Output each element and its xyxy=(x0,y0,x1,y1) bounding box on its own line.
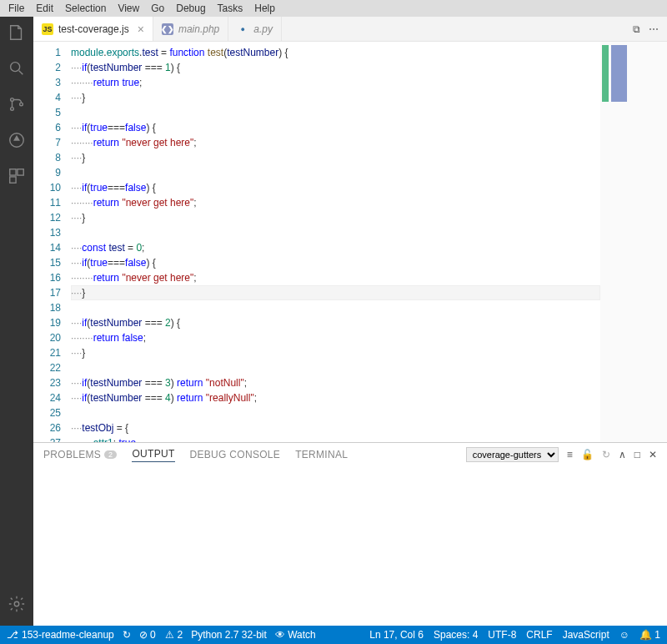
svg-point-0 xyxy=(11,63,20,72)
panel-tab-problems[interactable]: PROBLEMS2 xyxy=(43,449,117,460)
notifications-icon[interactable]: 🔔 1 xyxy=(639,629,660,641)
code-line[interactable]: ········return "never get here"; xyxy=(71,135,600,150)
code-line[interactable]: ····if(true===false) { xyxy=(71,180,600,195)
code-line[interactable]: ····if(true===false) { xyxy=(71,255,600,270)
tab-label: main.php xyxy=(178,23,219,35)
code-content[interactable]: module.exports.test = function test(test… xyxy=(71,42,600,442)
settings-icon[interactable] xyxy=(8,595,26,616)
encoding-status[interactable]: UTF-8 xyxy=(488,629,516,641)
panel-tabs: PROBLEMS2OUTPUTDEBUG CONSOLETERMINAL cov… xyxy=(33,443,667,466)
code-line[interactable]: ········return false; xyxy=(71,330,600,345)
clear-output-icon[interactable]: ≡ xyxy=(567,449,573,460)
code-line[interactable]: ····} xyxy=(71,345,600,360)
file-icon: ● xyxy=(237,23,248,35)
search-icon[interactable] xyxy=(8,59,26,80)
code-line[interactable]: ····if(testNumber === 3) return "notNull… xyxy=(71,375,600,390)
code-line[interactable] xyxy=(71,105,600,120)
tab-label: test-coverage.js xyxy=(58,23,129,35)
menu-go[interactable]: Go xyxy=(146,1,169,16)
tab-main-php[interactable]: ❮❯main.php xyxy=(153,17,228,41)
line-numbers: 1234567891011121314151617181920212223242… xyxy=(33,42,71,442)
language-status[interactable]: JavaScript xyxy=(563,629,609,641)
collapse-icon[interactable]: ∧ xyxy=(619,449,626,460)
menu-help[interactable]: Help xyxy=(249,1,280,16)
feedback-icon[interactable]: ☺ xyxy=(619,629,629,641)
watch-status[interactable]: 👁 Watch xyxy=(275,629,316,641)
code-line[interactable]: ····if(testNumber === 4) return "reallyN… xyxy=(71,390,600,405)
code-line[interactable]: ····} xyxy=(71,285,600,300)
code-line[interactable]: ········return "never get here"; xyxy=(71,270,600,285)
file-icon: ❮❯ xyxy=(162,23,173,35)
extensions-icon[interactable] xyxy=(8,167,26,188)
svg-point-1 xyxy=(11,98,14,102)
eol-status[interactable]: CRLF xyxy=(526,629,552,641)
lock-scroll-icon[interactable]: 🔓 xyxy=(581,449,594,460)
menu-debug[interactable]: Debug xyxy=(171,1,210,16)
main-area: JStest-coverage.js×❮❯main.php●a.py ⧉ ⋯ 1… xyxy=(0,17,667,626)
activity-bar xyxy=(0,17,33,626)
code-line[interactable]: ····} xyxy=(71,90,600,105)
code-line[interactable] xyxy=(71,225,600,240)
panel-body xyxy=(33,466,667,626)
tab-a-py[interactable]: ●a.py xyxy=(228,17,282,41)
code-line[interactable]: ····testObj = { xyxy=(71,420,600,435)
open-log-icon[interactable]: ↻ xyxy=(602,449,610,460)
badge: 2 xyxy=(104,450,117,459)
code-line[interactable] xyxy=(71,300,600,315)
panel-tab-terminal[interactable]: TERMINAL xyxy=(295,449,348,460)
panel-tab-debug-console[interactable]: DEBUG CONSOLE xyxy=(190,449,281,460)
sync-status[interactable]: ↻ xyxy=(123,629,131,641)
code-line[interactable] xyxy=(71,165,600,180)
code-line[interactable] xyxy=(71,405,600,420)
panel-tab-output[interactable]: OUTPUT xyxy=(132,448,174,462)
code-line[interactable]: ····} xyxy=(71,210,600,225)
code-line[interactable] xyxy=(71,360,600,375)
source-control-icon[interactable] xyxy=(8,95,26,116)
svg-rect-5 xyxy=(10,169,16,175)
code-line[interactable]: ····if(testNumber === 1) { xyxy=(71,60,600,75)
code-line[interactable]: ········return "never get here"; xyxy=(71,195,600,210)
code-line[interactable]: ········return true; xyxy=(71,75,600,90)
editor-area: JStest-coverage.js×❮❯main.php●a.py ⧉ ⋯ 1… xyxy=(33,17,667,626)
code-line[interactable]: ····} xyxy=(71,150,600,165)
files-icon[interactable] xyxy=(8,23,26,44)
code-line[interactable]: ····const test = 0; xyxy=(71,240,600,255)
python-status[interactable]: Python 2.7 32-bit xyxy=(191,629,267,641)
tab-actions: ⧉ ⋯ xyxy=(633,17,667,41)
menu-edit[interactable]: Edit xyxy=(31,1,58,16)
tab-label: a.py xyxy=(253,23,273,35)
indentation-status[interactable]: Spaces: 4 xyxy=(434,629,478,641)
split-editor-icon[interactable]: ⧉ xyxy=(633,23,640,35)
close-panel-icon[interactable]: ✕ xyxy=(649,449,657,460)
menu-view[interactable]: View xyxy=(113,1,144,16)
menu-selection[interactable]: Selection xyxy=(60,1,111,16)
menu-tasks[interactable]: Tasks xyxy=(213,1,248,16)
tab-test-coverage-js[interactable]: JStest-coverage.js× xyxy=(33,17,153,41)
branch-status[interactable]: ⎇153-readme-cleanup xyxy=(7,629,114,641)
code-line[interactable]: ········attr1: true, xyxy=(71,435,600,442)
editor-tabs: JStest-coverage.js×❮❯main.php●a.py ⧉ ⋯ xyxy=(33,17,667,42)
cursor-position[interactable]: Ln 17, Col 6 xyxy=(369,629,424,641)
close-tab-icon[interactable]: × xyxy=(138,23,144,36)
editor[interactable]: 1234567891011121314151617181920212223242… xyxy=(33,42,667,442)
more-icon[interactable]: ⋯ xyxy=(649,23,659,35)
svg-point-3 xyxy=(20,103,23,106)
debug-icon[interactable] xyxy=(8,131,26,152)
code-line[interactable]: ····if(testNumber === 2) { xyxy=(71,315,600,330)
svg-point-8 xyxy=(14,601,19,606)
menu-file[interactable]: File xyxy=(3,1,29,16)
menubar: FileEditSelectionViewGoDebugTasksHelp xyxy=(0,0,667,17)
maximize-panel-icon[interactable]: □ xyxy=(634,449,640,460)
code-line[interactable]: ····if(true===false) { xyxy=(71,120,600,135)
file-icon: JS xyxy=(42,23,53,35)
problems-status[interactable]: ⊘ 0 ⚠ 2 xyxy=(139,629,183,641)
svg-point-2 xyxy=(11,108,14,111)
svg-rect-6 xyxy=(18,169,23,175)
status-bar: ⎇153-readme-cleanup ↻ ⊘ 0 ⚠ 2 Python 2.7… xyxy=(0,626,667,644)
minimap[interactable] xyxy=(600,42,667,442)
code-line[interactable]: module.exports.test = function test(test… xyxy=(71,45,600,60)
svg-rect-7 xyxy=(10,177,16,183)
output-channel-select[interactable]: coverage-gutters xyxy=(466,447,559,462)
bottom-panel: PROBLEMS2OUTPUTDEBUG CONSOLETERMINAL cov… xyxy=(33,442,667,626)
